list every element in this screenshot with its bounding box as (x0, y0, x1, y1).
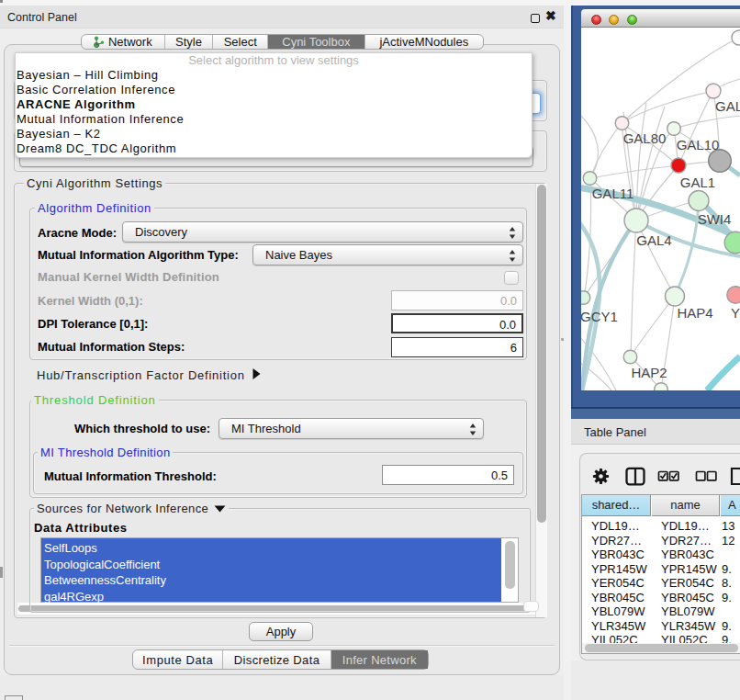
svg-text:GAL11: GAL11 (592, 186, 634, 201)
svg-text:HAP4: HAP4 (677, 305, 712, 321)
svg-text:GAL4: GAL4 (636, 232, 671, 248)
svg-text:HAP2: HAP2 (631, 365, 667, 380)
svg-text:Y: Y (731, 305, 740, 321)
svg-text:SWI4: SWI4 (698, 211, 732, 227)
svg-text:GCY1: GCY1 (581, 309, 618, 324)
svg-text:GAL80: GAL80 (623, 130, 667, 146)
svg-text:GAL7: GAL7 (715, 98, 740, 114)
svg-text:GAL10: GAL10 (677, 137, 720, 152)
svg-text:GAL1: GAL1 (680, 175, 715, 190)
